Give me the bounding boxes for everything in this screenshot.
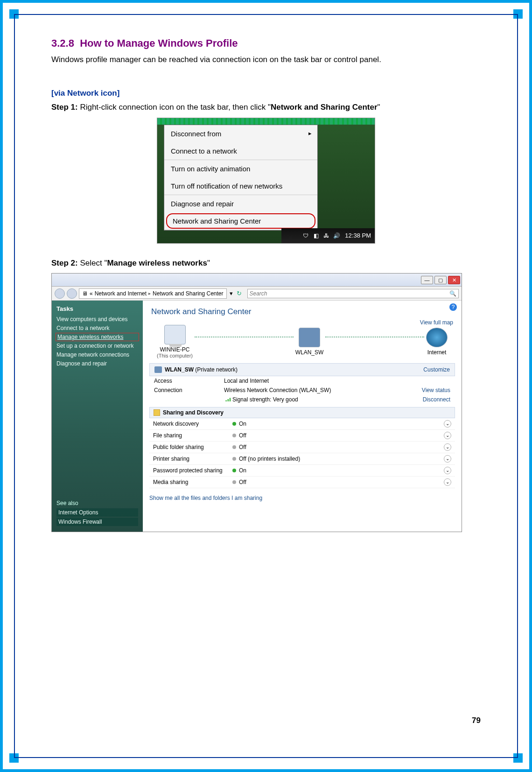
sidebar-link-connect-network[interactable]: Connect to a network — [56, 325, 138, 331]
router-name: WLAN_SW — [295, 349, 324, 356]
sharing-row-value: Off — [239, 432, 246, 439]
page-content: 3.2.8 How to Manage Windows Profile Wind… — [51, 37, 481, 735]
tray-volume-icon[interactable]: 🔊 — [333, 232, 340, 239]
menu-item-activity-animation[interactable]: Turn on activity animation — [164, 160, 317, 177]
window-titlebar: — ▢ ✕ — [52, 274, 462, 287]
breadcrumb-nsc[interactable]: Network and Sharing Center — [153, 290, 223, 297]
sharing-row-5: Media sharingOff⌄ — [149, 477, 455, 488]
sharing-row-1: File sharingOff⌄ — [149, 430, 455, 442]
sidebar-link-setup-connection[interactable]: Set up a connection or network — [56, 343, 138, 349]
expand-chevron-icon[interactable]: ⌄ — [444, 443, 451, 451]
sharing-discovery-header: Sharing and Discovery — [149, 407, 455, 418]
step-2-prefix: Step 2: — [51, 259, 78, 267]
expand-chevron-icon[interactable]: ⌄ — [444, 455, 451, 463]
page-number: 79 — [472, 716, 481, 725]
search-icon[interactable]: 🔍 — [449, 290, 456, 297]
address-bar: 🖥 « Network and Internet ▸ Network and S… — [52, 287, 462, 301]
nav-forward-button[interactable] — [67, 288, 77, 299]
breadcrumb-network-internet[interactable]: Network and Internet — [95, 290, 147, 297]
breadcrumb-chevrons: « — [90, 290, 93, 297]
network-line-2 — [325, 337, 424, 337]
tray-app-icon[interactable]: ◧ — [312, 232, 320, 239]
sharing-row-value: On — [239, 467, 246, 474]
wlan-name: WLAN_SW — [165, 366, 194, 373]
panel-title: Network and Sharing Center — [151, 307, 462, 316]
nav-back-button[interactable] — [55, 288, 65, 299]
expand-chevron-icon[interactable]: ⌄ — [444, 420, 451, 428]
show-shared-files-link[interactable]: Show me all the files and folders I am s… — [149, 495, 262, 501]
menu-item-turn-off-notification[interactable]: Turn off notification of new networks — [164, 177, 317, 195]
sharing-row-key: Public folder sharing — [153, 444, 232, 450]
network-line-1 — [195, 337, 294, 337]
router-icon — [299, 328, 320, 347]
network-node-router: WLAN_SW — [295, 328, 324, 356]
access-label: Access — [154, 378, 224, 384]
status-dot-icon — [232, 469, 236, 472]
window-maximize-button[interactable]: ▢ — [434, 276, 447, 284]
breadcrumb-sep-icon: ▸ — [148, 291, 151, 296]
see-also-internet-options[interactable]: Internet Options — [56, 508, 138, 517]
menu-item-disconnect-from[interactable]: Disconnect from — [164, 125, 317, 142]
tasks-sidebar: Tasks View computers and devices Connect… — [52, 301, 143, 532]
menu-item-diagnose-repair[interactable]: Diagnose and repair — [164, 195, 317, 212]
taskbar-clock[interactable]: 12:38 PM — [345, 232, 371, 239]
via-network-icon-heading: [via Network icon] — [51, 89, 119, 98]
computer-icon — [164, 325, 186, 344]
sharing-row-key: Printer sharing — [153, 456, 232, 462]
control-panel-icon: 🖥 — [82, 290, 88, 297]
status-dot-icon — [232, 480, 236, 484]
sharing-row-value: Off (no printers installed) — [239, 456, 300, 462]
sharing-row-key: File sharing — [153, 432, 232, 439]
main-panel: ? Network and Sharing Center View full m… — [143, 301, 462, 532]
breadcrumb[interactable]: 🖥 « Network and Internet ▸ Network and S… — [79, 288, 227, 299]
status-dot-icon — [232, 445, 236, 449]
sharing-row-value: Off — [239, 479, 246, 485]
step-2-suffix: " — [207, 259, 210, 267]
sharing-row-2: Public folder sharingOff⌄ — [149, 442, 455, 453]
sharing-row-value: Off — [239, 444, 246, 450]
tasks-title: Tasks — [56, 305, 138, 312]
menu-item-network-sharing-center[interactable]: Network and Sharing Center — [166, 213, 315, 229]
see-also-windows-firewall[interactable]: Windows Firewall — [56, 518, 138, 526]
sidebar-link-manage-connections[interactable]: Manage network connections — [56, 351, 138, 358]
section-title: How to Manage Windows Profile — [80, 37, 238, 49]
sidebar-link-diagnose-repair[interactable]: Diagnose and repair — [56, 360, 138, 367]
search-input[interactable] — [250, 290, 449, 297]
step-1-prefix: Step 1: — [51, 103, 78, 112]
network-node-internet: Internet — [426, 328, 448, 356]
tray-network-icon[interactable]: 🖧 — [322, 232, 330, 239]
connection-label: Connection — [154, 387, 224, 393]
network-map: WINNIE-PC (This computer) WLAN_SW Intern… — [157, 325, 448, 358]
step-1-suffix: " — [378, 103, 380, 112]
network-node-pc: WINNIE-PC (This computer) — [157, 325, 193, 358]
expand-chevron-icon[interactable]: ⌄ — [444, 432, 451, 439]
step-2-text: Select " — [78, 259, 107, 267]
expand-chevron-icon[interactable]: ⌄ — [444, 478, 451, 486]
network-context-menu: Disconnect from Connect to a network Tur… — [164, 125, 318, 231]
section-heading: 3.2.8 How to Manage Windows Profile — [51, 37, 481, 49]
refresh-icon[interactable]: ↻ — [236, 290, 243, 297]
sharing-row-0: Network discoveryOn⌄ — [149, 418, 455, 430]
window-close-button[interactable]: ✕ — [448, 276, 460, 284]
internet-label: Internet — [426, 349, 448, 356]
search-box[interactable]: 🔍 — [247, 289, 459, 298]
sidebar-link-view-computers[interactable]: View computers and devices — [56, 316, 138, 323]
sidebar-link-manage-wireless[interactable]: Manage wireless networks — [56, 334, 138, 340]
tray-shield-icon[interactable]: 🛡 — [302, 232, 309, 239]
pc-subtext: (This computer) — [157, 353, 193, 358]
section-number: 3.2.8 — [51, 37, 74, 49]
sharing-row-key: Network discovery — [153, 421, 232, 427]
menu-item-connect-to-network[interactable]: Connect to a network — [164, 142, 317, 160]
dropdown-icon[interactable]: ▾ — [229, 290, 234, 297]
sharing-row-3: Printer sharingOff (no printers installe… — [149, 453, 455, 465]
customize-link[interactable]: Customize — [423, 366, 450, 373]
window-minimize-button[interactable]: — — [421, 276, 433, 284]
view-status-link[interactable]: View status — [422, 387, 450, 393]
expand-chevron-icon[interactable]: ⌄ — [444, 467, 451, 474]
disconnect-link[interactable]: Disconnect — [423, 396, 450, 403]
sharing-row-4: Password protected sharingOn⌄ — [149, 465, 455, 477]
sharing-row-value: On — [239, 421, 246, 427]
step-1-text: Right-click connection icon on the task … — [78, 103, 271, 112]
view-full-map-link[interactable]: View full map — [420, 319, 453, 326]
sharing-folder-icon — [154, 409, 160, 416]
